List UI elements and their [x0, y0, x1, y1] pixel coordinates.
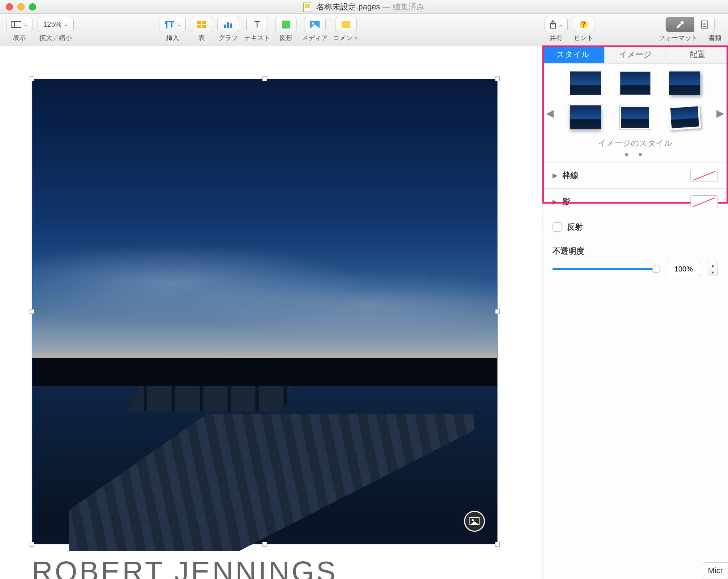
image-edit-button[interactable]	[464, 511, 485, 532]
styles-prev-button[interactable]: ◀	[546, 107, 554, 119]
style-preset[interactable]	[620, 105, 651, 129]
document-label: 書類	[708, 34, 722, 42]
tab-image[interactable]: イメージ	[604, 45, 667, 63]
border-swatch[interactable]	[690, 169, 718, 182]
styles-next-button[interactable]: ▶	[716, 107, 724, 119]
picture-icon	[469, 517, 480, 525]
view-button[interactable]: ⌄	[6, 17, 32, 32]
chart-label: グラフ	[218, 34, 238, 42]
border-section[interactable]: ▶ 枠線	[542, 162, 728, 188]
view-label: 表示	[13, 34, 26, 42]
document-button[interactable]	[694, 17, 715, 32]
share-button[interactable]: ⌄	[545, 17, 568, 32]
table-icon	[197, 21, 206, 28]
resize-handle[interactable]	[30, 309, 34, 314]
table-label: 表	[198, 34, 205, 42]
document-canvas[interactable]: ROBERT JENNINGS	[0, 45, 542, 579]
shadow-swatch[interactable]	[690, 195, 718, 208]
hero-heading[interactable]: ROBERT JENNINGS	[32, 555, 338, 579]
style-preset[interactable]	[668, 104, 701, 130]
resize-handle[interactable]	[495, 77, 500, 81]
styles-caption: イメージのスタイル	[550, 138, 721, 149]
text-label: テキスト	[244, 34, 270, 42]
resize-handle[interactable]	[30, 542, 34, 547]
svg-rect-6	[227, 22, 229, 28]
chart-icon	[224, 21, 233, 28]
hint-icon: ?	[580, 21, 588, 29]
svg-rect-7	[230, 23, 232, 28]
close-window-button[interactable]	[6, 3, 13, 10]
tab-arrange[interactable]: 配置	[666, 45, 728, 63]
slider-thumb[interactable]	[652, 265, 660, 273]
hint-button[interactable]: ?	[573, 17, 594, 32]
view-icon	[11, 21, 21, 28]
format-label: フォーマット	[659, 34, 698, 42]
style-preset[interactable]	[620, 71, 651, 95]
resize-handle[interactable]	[263, 77, 267, 81]
shape-label: 図形	[280, 34, 292, 42]
brush-icon	[675, 21, 685, 29]
svg-point-9	[312, 22, 314, 25]
format-button[interactable]	[666, 17, 694, 32]
zoom-label: 拡大／縮小	[39, 34, 72, 42]
title-bar: 名称未設定.pages — 編集済み	[0, 0, 728, 14]
paragraph-icon: ¶T	[164, 19, 174, 30]
opacity-stepper[interactable]: ▲▼	[708, 262, 718, 276]
media-label: メディア	[302, 34, 328, 42]
comment-label: コメント	[333, 34, 359, 42]
style-preset[interactable]	[669, 71, 700, 95]
share-label: 共有	[550, 34, 563, 42]
format-inspector: スタイル イメージ 配置 ◀ ▶ イメージのスタイル ● ● ▶ 枠線	[542, 45, 728, 579]
resize-handle[interactable]	[30, 77, 34, 81]
opacity-value[interactable]: 100%	[666, 262, 701, 276]
style-preset[interactable]	[570, 71, 601, 95]
insert-label: 挿入	[166, 34, 179, 42]
shadow-section[interactable]: ▶ 影	[542, 188, 728, 215]
selected-image[interactable]	[32, 79, 498, 544]
opacity-label: 不透明度	[552, 246, 718, 257]
tab-style[interactable]: スタイル	[542, 45, 604, 63]
fullscreen-window-button[interactable]	[29, 3, 36, 10]
disclosure-icon: ▶	[552, 171, 558, 179]
reflection-section: 反射	[542, 215, 728, 239]
document-icon	[303, 3, 311, 12]
opacity-slider[interactable]	[552, 268, 659, 270]
reflection-label: 反射	[567, 222, 583, 232]
styles-page-dots[interactable]: ● ●	[550, 150, 721, 158]
share-icon	[549, 20, 556, 29]
svg-marker-20	[471, 521, 479, 524]
text-icon: T	[254, 19, 260, 30]
table-button[interactable]	[191, 17, 212, 32]
resize-handle[interactable]	[495, 309, 500, 314]
text-button[interactable]: T	[246, 17, 268, 32]
image-styles-panel: ◀ ▶ イメージのスタイル ● ●	[542, 64, 728, 162]
document-icon	[701, 20, 708, 29]
hint-label: ヒント	[574, 34, 593, 42]
window-title: 名称未設定.pages — 編集済み	[0, 1, 728, 12]
document-status: 編集済み	[393, 2, 425, 11]
insert-button[interactable]: ¶T⌄	[160, 17, 186, 32]
media-button[interactable]	[304, 17, 326, 32]
shadow-label: 影	[563, 196, 571, 207]
svg-rect-0	[11, 22, 21, 27]
zoom-value: 125%	[43, 20, 61, 29]
document-filename: 名称未設定.pages	[316, 2, 380, 11]
reflection-checkbox[interactable]	[552, 222, 562, 232]
svg-rect-5	[224, 25, 226, 28]
svg-point-19	[472, 519, 474, 521]
comment-icon	[342, 21, 350, 28]
media-icon	[310, 21, 320, 28]
shape-button[interactable]	[275, 17, 297, 32]
corner-badge[interactable]: Micr	[703, 562, 728, 579]
border-label: 枠線	[563, 170, 578, 181]
toolbar: ⌄ 表示 125%⌄ 拡大／縮小 ¶T⌄ 挿入 表 グラフ T テキスト 図形	[0, 14, 728, 45]
chart-button[interactable]	[217, 17, 239, 32]
zoom-select[interactable]: 125%⌄	[38, 17, 74, 32]
resize-handle[interactable]	[263, 542, 267, 547]
svg-rect-13	[680, 21, 684, 25]
style-preset[interactable]	[570, 105, 601, 129]
shape-icon	[282, 21, 290, 29]
resize-handle[interactable]	[495, 542, 500, 547]
comment-button[interactable]	[335, 17, 357, 32]
minimize-window-button[interactable]	[17, 3, 25, 10]
